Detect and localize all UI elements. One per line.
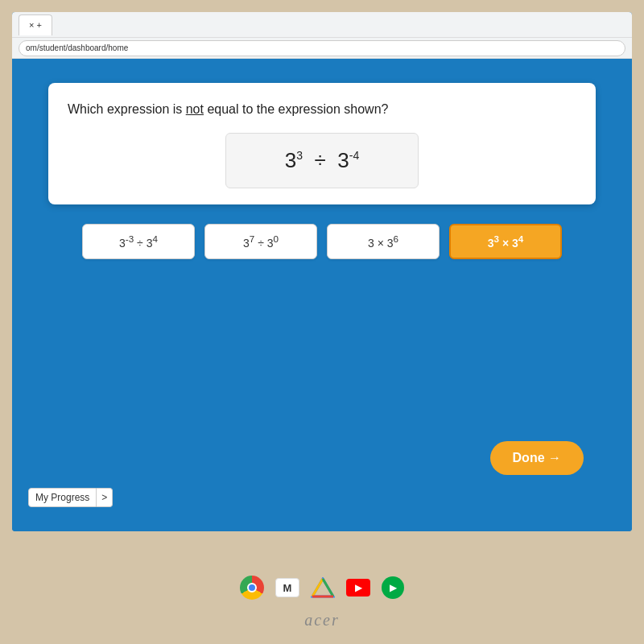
question-text: Which expression is not equal to the exp…	[68, 102, 576, 117]
bottom-bezel: M ▶ ▶ acer	[0, 531, 644, 644]
question-underline: not	[186, 102, 204, 116]
my-progress-arrow[interactable]: >	[97, 488, 113, 507]
choice-a[interactable]: 3-3 ÷ 34	[82, 224, 195, 259]
content-area: Which expression is not equal to the exp…	[12, 59, 632, 531]
tab-area: × +	[19, 12, 52, 37]
choice-d[interactable]: 33 × 34	[449, 224, 562, 259]
browser-tab[interactable]: × +	[19, 14, 52, 35]
gmail-icon[interactable]: M	[275, 578, 299, 597]
youtube-play: ▶	[355, 582, 362, 593]
svg-line-1	[312, 579, 323, 597]
question-card: Which expression is not equal to the exp…	[48, 83, 596, 204]
screen: × + om/student/dashboard/home Which expr…	[12, 12, 632, 531]
browser-bar: × +	[12, 12, 632, 38]
brand-name: acer	[304, 611, 340, 629]
address-text: om/student/dashboard/home	[26, 43, 128, 52]
choices-row: 3-3 ÷ 34 37 ÷ 30 3 × 36 33 × 34	[48, 224, 596, 259]
laptop-outer: × + om/student/dashboard/home Which expr…	[0, 0, 644, 644]
taskbar: M ▶ ▶	[240, 576, 404, 600]
question-prefix: Which expression is	[68, 102, 186, 116]
address-bar-row: om/student/dashboard/home	[12, 38, 632, 59]
address-bar[interactable]: om/student/dashboard/home	[19, 40, 625, 56]
done-label: Done →	[513, 451, 561, 465]
acer-logo: acer	[304, 611, 340, 630]
gmail-letter: M	[283, 582, 292, 594]
tab-label: × +	[29, 20, 42, 30]
svg-marker-0	[312, 579, 333, 597]
play-store-arrow: ▶	[390, 582, 397, 593]
svg-line-2	[323, 579, 333, 597]
drive-icon[interactable]	[311, 577, 335, 598]
expression-box: 33 ÷ 3-4	[225, 133, 419, 188]
choice-b[interactable]: 37 ÷ 30	[204, 224, 317, 259]
my-progress-label: My Progress	[28, 488, 97, 507]
play-store-icon[interactable]: ▶	[382, 576, 404, 599]
choice-c[interactable]: 3 × 36	[327, 224, 440, 259]
question-suffix: equal to the expression shown?	[204, 102, 388, 116]
youtube-icon[interactable]: ▶	[346, 579, 370, 597]
my-progress-bar: My Progress >	[28, 488, 113, 507]
chrome-inner-circle	[247, 583, 257, 592]
chrome-icon[interactable]	[240, 576, 264, 600]
done-button[interactable]: Done →	[490, 441, 584, 475]
